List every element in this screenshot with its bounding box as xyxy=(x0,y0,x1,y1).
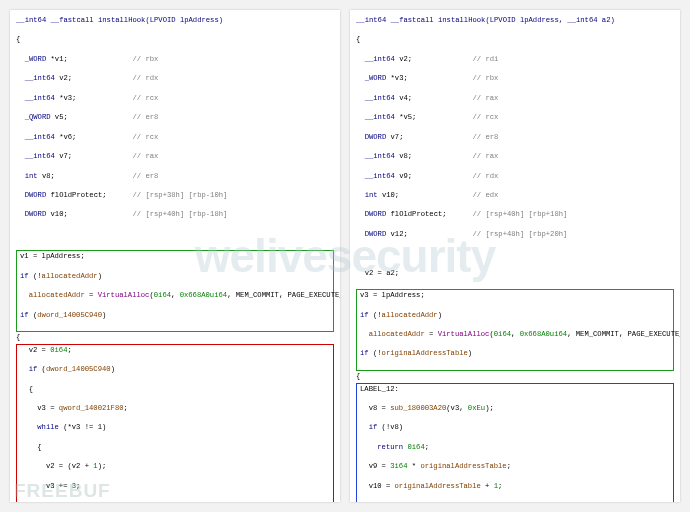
left-panel: __int64 __fastcall installHook(LPVOID lp… xyxy=(10,10,340,502)
left-green-box: v1 = lpAddress; if (!allocatedAddr) allo… xyxy=(16,250,334,332)
right-blue-box: LABEL_12: v8 = sub_180003A20(v3, 0xEu); … xyxy=(356,383,674,502)
sig-line: __int64 __fastcall installHook(LPVOID lp… xyxy=(16,16,334,26)
watermark-freebuf: FREEBUF xyxy=(14,478,111,504)
right-code: __int64 __fastcall installHook(LPVOID lp… xyxy=(356,16,674,288)
sig-line: __int64 __fastcall installHook(LPVOID lp… xyxy=(356,16,674,26)
right-green-box: v3 = lpAddress; if (!allocatedAddr) allo… xyxy=(356,289,674,371)
left-code: __int64 __fastcall installHook(LPVOID lp… xyxy=(16,16,334,249)
right-panel: __int64 __fastcall installHook(LPVOID lp… xyxy=(350,10,680,502)
